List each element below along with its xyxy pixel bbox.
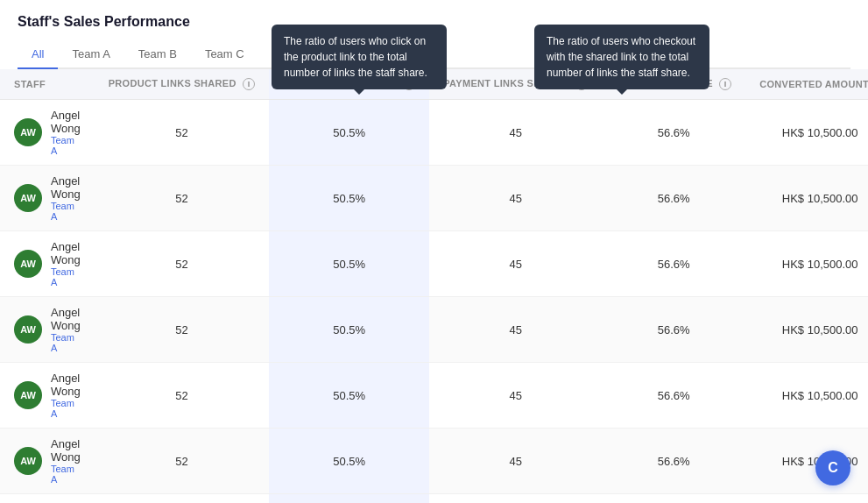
- staff-name: Angel Wong: [51, 372, 81, 398]
- table-row[interactable]: AW Angel Wong Team A 52 50.5% 45 56.6% H…: [0, 494, 868, 503]
- conversion-rate-value: 56.6%: [602, 297, 745, 363]
- converted-amount-value: HK$ 10,500.00: [745, 297, 868, 363]
- staff-team: Team A: [51, 266, 81, 287]
- staff-name: Angel Wong: [51, 306, 81, 332]
- conversion-rate-value: 56.6%: [602, 231, 745, 297]
- conversion-rate-value: 56.6%: [602, 429, 745, 494]
- converted-amount-value: HK$ 10,500.00: [745, 166, 868, 231]
- staff-name: Angel Wong: [51, 240, 81, 266]
- staff-name: Angel Wong: [51, 109, 81, 135]
- ctr-value: 50.5%: [269, 494, 429, 503]
- avatar: AW: [14, 315, 42, 344]
- product-links-value: 52: [95, 231, 269, 297]
- avatar: AW: [14, 381, 42, 409]
- product-links-value: 52: [95, 429, 269, 494]
- col-conversion: CONVERSION RATE i: [602, 69, 745, 100]
- table-row[interactable]: AW Angel Wong Team A 52 50.5% 45 56.6% H…: [0, 297, 868, 363]
- table-row[interactable]: AW Angel Wong Team A 52 50.5% 45 56.6% H…: [0, 166, 868, 231]
- header: Staff's Sales Performance All Team A Tea…: [0, 0, 868, 69]
- col-payment-links: PAYMENT LINKS SHARED i: [429, 69, 602, 100]
- tab-team-c[interactable]: Team C: [191, 40, 258, 69]
- tab-all[interactable]: All: [18, 40, 58, 69]
- tab-team-d[interactable]: Team D: [258, 40, 326, 69]
- payment-links-value: 45: [429, 297, 602, 363]
- converted-amount-value: HK$ 10,500.00: [745, 231, 868, 297]
- conversion-rate-value: 56.6%: [602, 166, 745, 231]
- table-row[interactable]: AW Angel Wong Team A 52 50.5% 45 56.6% H…: [0, 100, 868, 166]
- tab-bar: All Team A Team B Team C Team D: [18, 40, 850, 69]
- payment-links-value: 45: [429, 231, 602, 297]
- ctr-info-icon[interactable]: i: [403, 78, 415, 90]
- col-ctr: CLICK THROUGH RATE i: [269, 69, 429, 100]
- col-staff: STAFF: [0, 69, 95, 100]
- converted-amount-value: HK$ 10,500.00: [745, 429, 868, 494]
- avatar: AW: [14, 118, 42, 146]
- col-product-links: PRODUCT LINKS SHARED i: [95, 69, 269, 100]
- staff-cell: AW Angel Wong Team A: [0, 297, 95, 363]
- ctr-value: 50.5%: [269, 166, 429, 231]
- product-links-value: 52: [95, 100, 269, 166]
- table-row[interactable]: AW Angel Wong Team A 52 50.5% 45 56.6% H…: [0, 429, 868, 494]
- converted-amount-value: HK$ 10,500.00: [745, 100, 868, 166]
- table-container: STAFF PRODUCT LINKS SHARED i CLICK THROU…: [0, 69, 868, 503]
- ctr-value: 50.5%: [269, 363, 429, 429]
- payment-links-value: 45: [429, 494, 602, 503]
- product-links-value: 52: [95, 363, 269, 429]
- product-links-value: 52: [95, 297, 269, 363]
- payment-links-info-icon[interactable]: i: [575, 78, 588, 90]
- staff-team: Team A: [51, 201, 81, 222]
- fab-button[interactable]: C: [815, 450, 850, 485]
- payment-links-value: 45: [429, 429, 602, 494]
- payment-links-value: 45: [429, 100, 602, 166]
- staff-cell: AW Angel Wong Team A: [0, 166, 95, 231]
- conversion-rate-value: 56.6%: [602, 100, 745, 166]
- conversion-info-icon[interactable]: i: [719, 78, 731, 90]
- product-links-info-icon[interactable]: i: [243, 78, 255, 90]
- table-row[interactable]: AW Angel Wong Team A 52 50.5% 45 56.6% H…: [0, 231, 868, 297]
- staff-name: Angel Wong: [51, 437, 81, 464]
- staff-name: Angel Wong: [51, 174, 81, 201]
- staff-team: Team A: [51, 464, 81, 485]
- converted-amount-value: HK$ 10,500.00: [745, 363, 868, 429]
- tab-team-b[interactable]: Team B: [124, 40, 191, 69]
- staff-cell: AW Angel Wong Team A: [0, 429, 95, 494]
- table-row[interactable]: AW Angel Wong Team A 52 50.5% 45 56.6% H…: [0, 363, 868, 429]
- page-title: Staff's Sales Performance: [18, 14, 850, 30]
- product-links-value: 52: [95, 166, 269, 231]
- staff-cell: AW Angel Wong Team A: [0, 494, 95, 503]
- col-converted-amount: CONVERTED AMOUNT ↑: [745, 69, 868, 100]
- staff-team: Team A: [51, 398, 81, 419]
- staff-team: Team A: [51, 332, 81, 353]
- ctr-value: 50.5%: [269, 429, 429, 494]
- payment-links-value: 45: [429, 363, 602, 429]
- staff-cell: AW Angel Wong Team A: [0, 231, 95, 297]
- conversion-rate-value: 56.6%: [602, 363, 745, 429]
- ctr-value: 50.5%: [269, 100, 429, 166]
- ctr-value: 50.5%: [269, 297, 429, 363]
- table-body: AW Angel Wong Team A 52 50.5% 45 56.6% H…: [0, 100, 868, 503]
- avatar: AW: [14, 184, 42, 212]
- performance-table: STAFF PRODUCT LINKS SHARED i CLICK THROU…: [0, 69, 868, 503]
- product-links-value: 52: [95, 494, 269, 503]
- staff-team: Team A: [51, 135, 81, 156]
- converted-amount-value: HK$ 10,500.00: [745, 494, 868, 503]
- payment-links-value: 45: [429, 166, 602, 231]
- ctr-value: 50.5%: [269, 231, 429, 297]
- tab-team-a[interactable]: Team A: [58, 40, 123, 69]
- conversion-rate-value: 56.6%: [602, 494, 745, 503]
- table-header-row: STAFF PRODUCT LINKS SHARED i CLICK THROU…: [0, 69, 868, 100]
- avatar: AW: [14, 447, 42, 475]
- avatar: AW: [14, 250, 42, 278]
- staff-cell: AW Angel Wong Team A: [0, 363, 95, 429]
- staff-cell: AW Angel Wong Team A: [0, 100, 95, 166]
